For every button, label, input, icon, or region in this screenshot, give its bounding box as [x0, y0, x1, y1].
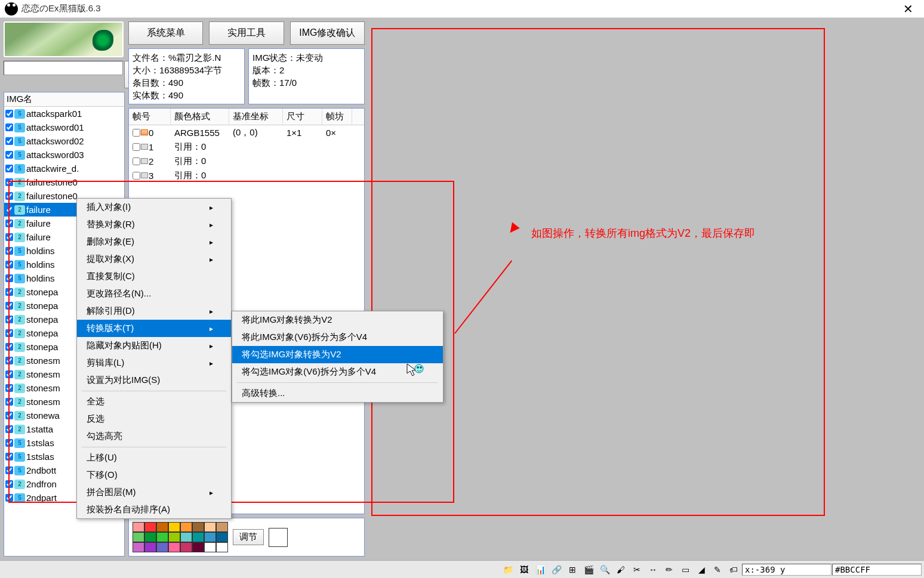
menu-item[interactable]: 将勾选IMG对象转换为V2: [232, 346, 443, 363]
list-checkbox[interactable]: [5, 137, 13, 145]
search-input[interactable]: [4, 61, 123, 75]
system-menu-button[interactable]: 系统菜单: [128, 21, 203, 45]
palette-swatch[interactable]: [156, 542, 168, 552]
tool-button[interactable]: ◢: [694, 562, 709, 577]
palette-swatch[interactable]: [192, 542, 204, 552]
list-item[interactable]: 5attacksword03: [4, 148, 124, 162]
palette-swatch[interactable]: [133, 532, 144, 542]
list-checkbox[interactable]: [5, 151, 13, 159]
palette-swatch[interactable]: [144, 522, 156, 532]
list-checkbox[interactable]: [5, 261, 13, 268]
menu-item[interactable]: 隐藏对象内贴图(H): [77, 337, 231, 354]
list-item[interactable]: 2failurestone0: [4, 175, 124, 189]
list-checkbox[interactable]: [5, 220, 13, 227]
menu-item[interactable]: 高级转换...: [232, 385, 443, 402]
list-item[interactable]: 5attackspark01: [4, 107, 124, 120]
table-row[interactable]: 2引用：0: [129, 154, 364, 168]
menu-item[interactable]: 拼合图层(M): [77, 484, 231, 501]
menu-item[interactable]: 直接复制(C): [77, 268, 231, 285]
list-checkbox[interactable]: [5, 178, 13, 186]
table-row[interactable]: 1引用：0: [129, 140, 364, 154]
canvas-area[interactable]: [367, 18, 924, 560]
menu-item[interactable]: 按装扮名自动排序(A): [77, 501, 231, 518]
tool-button[interactable]: ⊞: [565, 562, 580, 577]
adjust-button[interactable]: 调节: [233, 529, 264, 545]
menu-item[interactable]: 将勾选IMG对象(V6)拆分为多个V4: [232, 363, 443, 381]
menu-item[interactable]: 勾选高亮: [77, 428, 231, 445]
list-checkbox[interactable]: [5, 480, 13, 488]
palette-swatch[interactable]: [192, 532, 204, 542]
palette-swatch[interactable]: [168, 542, 180, 552]
list-checkbox[interactable]: [5, 165, 13, 172]
table-row[interactable]: 0ARGB1555(0，0)1×10×: [129, 125, 364, 140]
table-row[interactable]: 3引用：0: [129, 168, 364, 183]
row-checkbox[interactable]: [133, 172, 140, 180]
list-checkbox[interactable]: [5, 384, 13, 392]
palette-swatch[interactable]: [216, 542, 228, 552]
menu-item[interactable]: 将此IMG对象转换为V2: [232, 311, 443, 329]
list-checkbox[interactable]: [5, 412, 13, 419]
list-checkbox[interactable]: [5, 247, 13, 255]
palette-swatch[interactable]: [204, 532, 216, 542]
row-checkbox[interactable]: [133, 129, 140, 137]
tools-button[interactable]: 实用工具: [209, 21, 284, 45]
menu-item[interactable]: 转换版本(T): [77, 320, 231, 337]
list-checkbox[interactable]: [5, 425, 13, 433]
palette-swatch[interactable]: [192, 522, 204, 532]
list-checkbox[interactable]: [5, 370, 13, 378]
column-header[interactable]: 颜色格式: [171, 109, 229, 125]
menu-item[interactable]: 删除对象(E): [77, 233, 231, 251]
menu-item[interactable]: 更改路径名(N)...: [77, 285, 231, 302]
menu-item[interactable]: 全选: [77, 393, 231, 410]
palette-swatch[interactable]: [180, 522, 192, 532]
list-checkbox[interactable]: [5, 494, 13, 502]
palette-swatch[interactable]: [144, 532, 156, 542]
tool-button[interactable]: 🖌: [613, 562, 629, 577]
tool-button[interactable]: ✎: [710, 562, 725, 577]
list-item[interactable]: 5attackwire_d.: [4, 162, 124, 175]
column-header[interactable]: 帧号: [129, 109, 171, 125]
list-item[interactable]: 5attacksword02: [4, 134, 124, 148]
tool-button[interactable]: 🔍: [597, 562, 612, 577]
tool-button[interactable]: ▭: [677, 562, 693, 577]
close-button[interactable]: ✕: [897, 2, 919, 16]
palette-swatch[interactable]: [180, 532, 192, 542]
list-checkbox[interactable]: [5, 110, 13, 118]
list-checkbox[interactable]: [5, 398, 13, 406]
color-palette[interactable]: [133, 522, 228, 552]
menu-item[interactable]: 下移(O): [77, 466, 231, 484]
list-checkbox[interactable]: [5, 123, 13, 131]
list-checkbox[interactable]: [5, 233, 13, 241]
list-checkbox[interactable]: [5, 343, 13, 351]
menu-item[interactable]: 上移(U): [77, 449, 231, 466]
tool-button[interactable]: 🎬: [581, 562, 596, 577]
tool-button[interactable]: 📊: [532, 562, 548, 577]
context-menu-main[interactable]: 插入对象(I)替换对象(R)删除对象(E)提取对象(X)直接复制(C)更改路径名…: [76, 198, 232, 519]
row-checkbox[interactable]: [133, 143, 140, 151]
row-checkbox[interactable]: [133, 157, 140, 165]
palette-swatch[interactable]: [156, 532, 168, 542]
img-confirm-button[interactable]: IMG修改确认: [290, 21, 365, 45]
menu-item[interactable]: 替换对象(R): [77, 216, 231, 233]
menu-item[interactable]: 提取对象(X): [77, 251, 231, 268]
list-checkbox[interactable]: [5, 316, 13, 323]
palette-swatch[interactable]: [156, 522, 168, 532]
tool-button[interactable]: ↔: [645, 562, 661, 577]
tool-button[interactable]: ✏: [661, 562, 677, 577]
list-checkbox[interactable]: [5, 466, 13, 474]
list-checkbox[interactable]: [5, 274, 13, 282]
list-checkbox[interactable]: [5, 302, 13, 310]
list-checkbox[interactable]: [5, 453, 13, 460]
tool-button[interactable]: ✂: [629, 562, 645, 577]
list-checkbox[interactable]: [5, 192, 13, 200]
column-header[interactable]: 帧坊: [322, 109, 352, 125]
list-checkbox[interactable]: [5, 288, 13, 296]
list-checkbox[interactable]: [5, 329, 13, 337]
menu-item[interactable]: 剪辑库(L): [77, 354, 231, 372]
palette-swatch[interactable]: [180, 542, 192, 552]
palette-swatch[interactable]: [204, 522, 216, 532]
menu-item[interactable]: 反选: [77, 410, 231, 428]
menu-item[interactable]: 解除引用(D): [77, 302, 231, 320]
context-menu-convert[interactable]: 将此IMG对象转换为V2将此IMG对象(V6)拆分为多个V4将勾选IMG对象转换…: [232, 311, 443, 403]
palette-swatch[interactable]: [204, 542, 216, 552]
